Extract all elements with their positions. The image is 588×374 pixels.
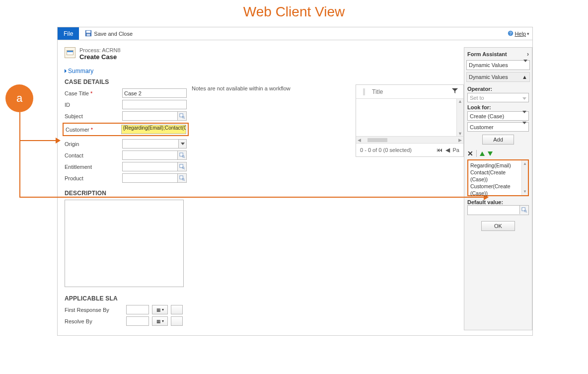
entitlement-input[interactable] bbox=[122, 162, 187, 171]
sla-resolve-by-date-input[interactable] bbox=[126, 316, 149, 326]
assistant-mode-select[interactable]: Dynamic Values bbox=[466, 60, 530, 70]
calendar-button[interactable]: ▦▾ bbox=[152, 305, 168, 314]
lookup-icon[interactable] bbox=[519, 206, 528, 214]
chevron-down-icon: ▾ bbox=[162, 319, 164, 323]
app-window: a File Save and Close ? Help ▾ bbox=[57, 27, 533, 336]
file-menu-button[interactable]: File bbox=[58, 27, 79, 40]
field-case-title: Case Title * Case 2 bbox=[65, 88, 187, 98]
field-contact: Contact bbox=[65, 150, 187, 160]
calendar-button[interactable]: ▦▾ bbox=[152, 316, 168, 326]
field-label: ID bbox=[65, 102, 122, 108]
help-menu[interactable]: ? Help ▾ bbox=[508, 30, 529, 37]
prev-page-icon[interactable]: ◀ bbox=[445, 147, 450, 153]
collapse-icon[interactable]: › bbox=[527, 51, 529, 58]
svg-line-13 bbox=[184, 168, 185, 169]
sla-first-response-time-input[interactable] bbox=[171, 305, 183, 314]
annotation-connector bbox=[19, 140, 57, 141]
grid-record-count: 0 - 0 of 0 (0 selected) bbox=[360, 147, 412, 153]
field-label: First Response By bbox=[65, 307, 123, 313]
sla-heading: APPLICABLE SLA bbox=[65, 295, 187, 302]
chevron-down-icon bbox=[522, 113, 526, 119]
grid-body: ▲▼ bbox=[356, 99, 463, 136]
id-input[interactable] bbox=[122, 100, 187, 109]
annotation-badge-a: a bbox=[5, 84, 33, 112]
chevron-down-icon bbox=[522, 95, 526, 101]
list-item[interactable]: Regarding(Email) bbox=[470, 162, 520, 169]
field-subject: Subject bbox=[65, 111, 187, 121]
grid-header: Title bbox=[356, 85, 463, 99]
origin-select[interactable] bbox=[122, 139, 187, 149]
process-prefix: Process: ACRN8 bbox=[79, 47, 121, 53]
field-label: Case Title * bbox=[65, 90, 122, 96]
move-down-button[interactable] bbox=[488, 151, 493, 156]
grid-column-title[interactable]: Title bbox=[372, 88, 451, 95]
ok-button[interactable]: OK bbox=[481, 221, 515, 231]
sla-first-response-date-input[interactable] bbox=[126, 305, 149, 314]
save-and-close-button[interactable]: Save and Close bbox=[85, 30, 133, 38]
top-toolbar: File Save and Close ? Help ▾ bbox=[58, 27, 532, 40]
product-input[interactable] bbox=[122, 173, 187, 183]
svg-line-16 bbox=[184, 180, 185, 181]
description-textarea[interactable] bbox=[65, 200, 184, 287]
save-and-close-label: Save and Close bbox=[94, 31, 133, 37]
list-item[interactable]: Customer(Create (Case)) bbox=[470, 183, 520, 197]
field-label: Origin bbox=[65, 141, 122, 147]
default-value-label: Default value: bbox=[467, 199, 529, 205]
field-label: Customer * bbox=[64, 127, 121, 133]
field-entitlement: Entitlement bbox=[65, 162, 187, 171]
lookup-icon[interactable] bbox=[177, 174, 186, 182]
lookup-icon[interactable] bbox=[177, 112, 186, 120]
sla-first-response-row: First Response By ▦▾ bbox=[65, 305, 187, 314]
customer-input[interactable]: {Regarding(Email);Contact(Cre bbox=[121, 125, 186, 134]
annotation-connector bbox=[19, 112, 20, 197]
dynamic-values-section-header[interactable]: Dynamic Values ▲ bbox=[466, 72, 530, 82]
summary-toggle[interactable]: Summary bbox=[65, 68, 93, 75]
filter-icon[interactable] bbox=[451, 87, 458, 96]
look-for-entity-select[interactable]: Create (Case) bbox=[467, 111, 529, 121]
default-value-input[interactable] bbox=[467, 205, 529, 215]
lookup-icon[interactable] bbox=[177, 151, 186, 159]
svg-line-7 bbox=[184, 118, 185, 119]
dynamic-values-list[interactable]: Regarding(Email) Contact(Create (Case)) … bbox=[467, 159, 529, 196]
move-up-button[interactable] bbox=[480, 151, 485, 156]
field-label: Contact bbox=[65, 152, 122, 158]
vertical-scrollbar[interactable]: ▲▼ bbox=[456, 99, 463, 136]
subject-input[interactable] bbox=[122, 111, 187, 121]
process-header: Process: ACRN8 Create Case bbox=[65, 47, 464, 61]
svg-rect-1 bbox=[86, 30, 91, 32]
horizontal-scrollbar[interactable]: ◀▶ bbox=[356, 136, 463, 143]
process-icon bbox=[65, 47, 75, 58]
lookup-icon[interactable] bbox=[177, 162, 186, 171]
form-assistant-header[interactable]: Form Assistant › bbox=[466, 50, 530, 60]
sla-resolve-by-row: Resolve By ▦▾ bbox=[65, 316, 187, 326]
field-label: Subject bbox=[65, 113, 122, 119]
vertical-scrollbar[interactable]: ▲▼ bbox=[521, 160, 528, 195]
svg-point-15 bbox=[182, 178, 184, 180]
svg-rect-2 bbox=[87, 33, 90, 35]
look-for-attribute-select[interactable]: Customer bbox=[467, 122, 529, 132]
form-assistant-pane: Form Assistant › Dynamic Values Dynamic … bbox=[464, 47, 532, 330]
look-for-label: Look for: bbox=[467, 104, 529, 110]
case-title-input[interactable]: Case 2 bbox=[122, 88, 187, 98]
svg-point-9 bbox=[182, 155, 184, 157]
save-icon bbox=[85, 30, 92, 38]
contact-input[interactable] bbox=[122, 150, 187, 160]
first-page-icon[interactable]: ⏮ bbox=[437, 147, 442, 153]
field-product: Product bbox=[65, 173, 187, 183]
chevron-down-icon bbox=[522, 124, 526, 130]
page-title: Web Client View bbox=[0, 0, 588, 27]
chevron-down-icon[interactable] bbox=[178, 140, 186, 148]
remove-button[interactable]: ✕ bbox=[467, 150, 473, 157]
operator-select[interactable]: Set to bbox=[467, 93, 529, 102]
field-label: Product bbox=[65, 175, 122, 181]
grid-page-label: Pa bbox=[453, 147, 459, 153]
help-label: Help bbox=[514, 31, 526, 37]
sla-resolve-by-time-input[interactable] bbox=[171, 316, 183, 326]
list-item[interactable]: Contact(Create (Case)) bbox=[470, 169, 520, 183]
svg-point-12 bbox=[182, 167, 184, 169]
svg-point-18 bbox=[524, 210, 526, 212]
svg-text:?: ? bbox=[510, 31, 512, 36]
grid-drag-handle[interactable] bbox=[363, 88, 365, 95]
grid-footer: 0 - 0 of 0 (0 selected) ⏮ ◀ Pa bbox=[356, 143, 463, 156]
add-button[interactable]: Add bbox=[482, 135, 514, 145]
